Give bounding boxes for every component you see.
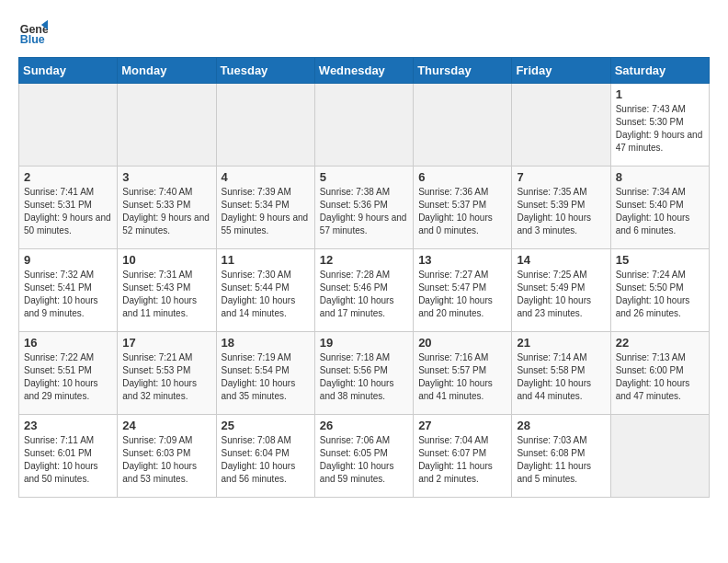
day-number: 13 — [418, 253, 506, 267]
day-header-sunday: Sunday — [19, 58, 118, 84]
day-number: 27 — [418, 419, 506, 432]
calendar-cell: 28Sunrise: 7:03 AM Sunset: 6:08 PM Dayli… — [512, 415, 610, 498]
day-header-thursday: Thursday — [414, 58, 512, 84]
calendar-cell: 6Sunrise: 7:36 AM Sunset: 5:37 PM Daylig… — [414, 167, 512, 249]
day-info: Sunrise: 7:06 AM Sunset: 6:05 PM Dayligh… — [320, 434, 408, 486]
day-info: Sunrise: 7:41 AM Sunset: 5:31 PM Dayligh… — [24, 186, 112, 237]
day-number: 14 — [517, 253, 605, 267]
calendar-cell: 26Sunrise: 7:06 AM Sunset: 6:05 PM Dayli… — [314, 415, 413, 498]
calendar-cell — [610, 415, 709, 498]
calendar-cell — [414, 84, 512, 167]
day-info: Sunrise: 7:39 AM Sunset: 5:34 PM Dayligh… — [222, 186, 310, 237]
day-number: 24 — [122, 419, 210, 432]
day-number: 26 — [320, 419, 408, 432]
calendar-cell: 25Sunrise: 7:08 AM Sunset: 6:04 PM Dayli… — [216, 415, 314, 498]
calendar-cell: 12Sunrise: 7:28 AM Sunset: 5:46 PM Dayli… — [314, 249, 413, 332]
day-info: Sunrise: 7:04 AM Sunset: 6:07 PM Dayligh… — [418, 434, 506, 486]
day-info: Sunrise: 7:16 AM Sunset: 5:57 PM Dayligh… — [418, 351, 506, 403]
logo-icon: General Blue — [18, 18, 48, 48]
day-number: 22 — [616, 336, 704, 350]
day-number: 23 — [24, 419, 112, 432]
calendar-cell: 18Sunrise: 7:19 AM Sunset: 5:54 PM Dayli… — [216, 332, 314, 415]
day-info: Sunrise: 7:35 AM Sunset: 5:39 PM Dayligh… — [517, 186, 605, 237]
day-info: Sunrise: 7:43 AM Sunset: 5:30 PM Dayligh… — [616, 103, 704, 155]
calendar-cell — [314, 84, 413, 167]
calendar-cell — [118, 84, 216, 167]
day-number: 11 — [222, 253, 310, 267]
day-number: 4 — [222, 170, 310, 184]
day-header-tuesday: Tuesday — [216, 58, 314, 84]
calendar-cell: 2Sunrise: 7:41 AM Sunset: 5:31 PM Daylig… — [19, 167, 118, 249]
calendar-cell: 19Sunrise: 7:18 AM Sunset: 5:56 PM Dayli… — [314, 332, 413, 415]
calendar-cell: 4Sunrise: 7:39 AM Sunset: 5:34 PM Daylig… — [216, 167, 314, 249]
calendar-cell: 23Sunrise: 7:11 AM Sunset: 6:01 PM Dayli… — [19, 415, 118, 498]
calendar-week-row: 2Sunrise: 7:41 AM Sunset: 5:31 PM Daylig… — [19, 167, 710, 249]
calendar-cell: 7Sunrise: 7:35 AM Sunset: 5:39 PM Daylig… — [512, 167, 610, 249]
calendar-cell: 1Sunrise: 7:43 AM Sunset: 5:30 PM Daylig… — [610, 84, 709, 167]
svg-text:Blue: Blue — [20, 33, 45, 46]
day-number: 10 — [122, 253, 210, 267]
calendar-cell: 20Sunrise: 7:16 AM Sunset: 5:57 PM Dayli… — [414, 332, 512, 415]
calendar-cell: 21Sunrise: 7:14 AM Sunset: 5:58 PM Dayli… — [512, 332, 610, 415]
day-number: 6 — [418, 170, 506, 184]
day-info: Sunrise: 7:25 AM Sunset: 5:49 PM Dayligh… — [517, 269, 605, 320]
day-number: 5 — [320, 170, 408, 184]
day-header-wednesday: Wednesday — [314, 58, 413, 84]
day-info: Sunrise: 7:34 AM Sunset: 5:40 PM Dayligh… — [616, 186, 704, 237]
day-number: 28 — [517, 419, 605, 432]
day-info: Sunrise: 7:08 AM Sunset: 6:04 PM Dayligh… — [222, 434, 310, 486]
day-info: Sunrise: 7:03 AM Sunset: 6:08 PM Dayligh… — [517, 434, 605, 486]
calendar-cell: 24Sunrise: 7:09 AM Sunset: 6:03 PM Dayli… — [118, 415, 216, 498]
day-number: 9 — [24, 253, 112, 267]
day-info: Sunrise: 7:38 AM Sunset: 5:36 PM Dayligh… — [320, 186, 408, 237]
day-info: Sunrise: 7:11 AM Sunset: 6:01 PM Dayligh… — [24, 434, 112, 486]
day-info: Sunrise: 7:13 AM Sunset: 6:00 PM Dayligh… — [616, 351, 704, 403]
day-info: Sunrise: 7:27 AM Sunset: 5:47 PM Dayligh… — [418, 269, 506, 320]
calendar-week-row: 1Sunrise: 7:43 AM Sunset: 5:30 PM Daylig… — [19, 84, 710, 167]
day-number: 25 — [222, 419, 310, 432]
day-number: 1 — [616, 87, 704, 101]
day-info: Sunrise: 7:09 AM Sunset: 6:03 PM Dayligh… — [122, 434, 210, 486]
day-number: 20 — [418, 336, 506, 350]
day-info: Sunrise: 7:30 AM Sunset: 5:44 PM Dayligh… — [222, 269, 310, 320]
day-header-saturday: Saturday — [610, 58, 709, 84]
calendar-cell: 9Sunrise: 7:32 AM Sunset: 5:41 PM Daylig… — [19, 249, 118, 332]
calendar-cell — [512, 84, 610, 167]
calendar-cell — [19, 84, 118, 167]
day-info: Sunrise: 7:19 AM Sunset: 5:54 PM Dayligh… — [222, 351, 310, 403]
day-info: Sunrise: 7:31 AM Sunset: 5:43 PM Dayligh… — [122, 269, 210, 320]
calendar-table: SundayMondayTuesdayWednesdayThursdayFrid… — [18, 57, 710, 498]
day-info: Sunrise: 7:14 AM Sunset: 5:58 PM Dayligh… — [517, 351, 605, 403]
day-header-friday: Friday — [512, 58, 610, 84]
calendar-cell: 16Sunrise: 7:22 AM Sunset: 5:51 PM Dayli… — [19, 332, 118, 415]
day-number: 15 — [616, 253, 704, 267]
day-info: Sunrise: 7:32 AM Sunset: 5:41 PM Dayligh… — [24, 269, 112, 320]
calendar-cell: 22Sunrise: 7:13 AM Sunset: 6:00 PM Dayli… — [610, 332, 709, 415]
day-number: 21 — [517, 336, 605, 350]
day-header-monday: Monday — [118, 58, 216, 84]
calendar-cell: 3Sunrise: 7:40 AM Sunset: 5:33 PM Daylig… — [118, 167, 216, 249]
calendar-header-row: SundayMondayTuesdayWednesdayThursdayFrid… — [19, 58, 710, 84]
day-number: 7 — [517, 170, 605, 184]
day-number: 16 — [24, 336, 112, 350]
calendar-cell: 27Sunrise: 7:04 AM Sunset: 6:07 PM Dayli… — [414, 415, 512, 498]
calendar-cell: 15Sunrise: 7:24 AM Sunset: 5:50 PM Dayli… — [610, 249, 709, 332]
day-number: 3 — [122, 170, 210, 184]
calendar-cell: 11Sunrise: 7:30 AM Sunset: 5:44 PM Dayli… — [216, 249, 314, 332]
day-info: Sunrise: 7:40 AM Sunset: 5:33 PM Dayligh… — [122, 186, 210, 237]
day-info: Sunrise: 7:28 AM Sunset: 5:46 PM Dayligh… — [320, 269, 408, 320]
day-number: 19 — [320, 336, 408, 350]
calendar-cell: 14Sunrise: 7:25 AM Sunset: 5:49 PM Dayli… — [512, 249, 610, 332]
calendar-cell: 17Sunrise: 7:21 AM Sunset: 5:53 PM Dayli… — [118, 332, 216, 415]
day-number: 18 — [222, 336, 310, 350]
calendar-week-row: 23Sunrise: 7:11 AM Sunset: 6:01 PM Dayli… — [19, 415, 710, 498]
calendar-cell — [216, 84, 314, 167]
day-info: Sunrise: 7:18 AM Sunset: 5:56 PM Dayligh… — [320, 351, 408, 403]
day-info: Sunrise: 7:21 AM Sunset: 5:53 PM Dayligh… — [122, 351, 210, 403]
day-number: 12 — [320, 253, 408, 267]
calendar-cell: 8Sunrise: 7:34 AM Sunset: 5:40 PM Daylig… — [610, 167, 709, 249]
calendar-cell: 10Sunrise: 7:31 AM Sunset: 5:43 PM Dayli… — [118, 249, 216, 332]
logo: General Blue — [18, 18, 53, 48]
day-number: 2 — [24, 170, 112, 184]
calendar-week-row: 16Sunrise: 7:22 AM Sunset: 5:51 PM Dayli… — [19, 332, 710, 415]
